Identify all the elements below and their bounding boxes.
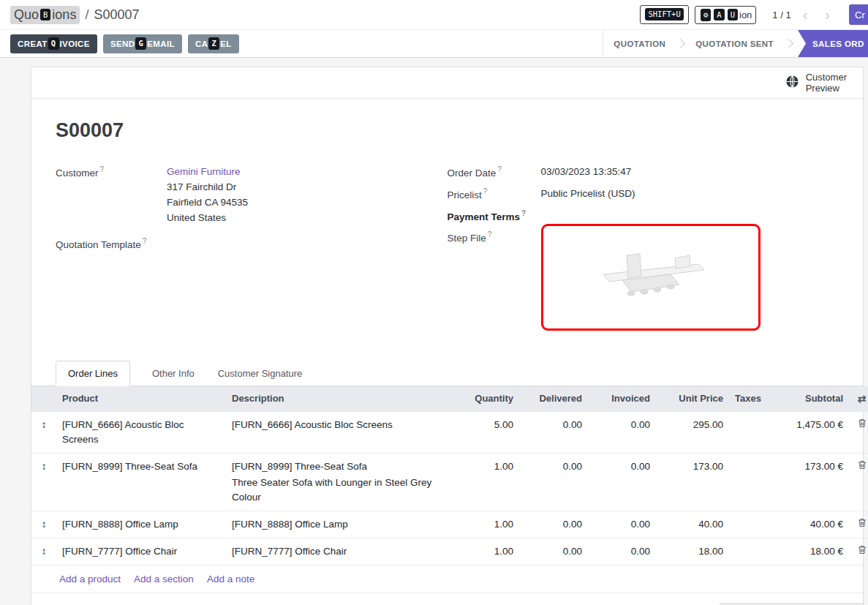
payment-terms-label: Payment Terms? (448, 208, 541, 222)
help-icon: ? (143, 237, 147, 245)
customer-preview-button[interactable]: Customer Preview (785, 72, 847, 94)
customer-address-line2: Fairfield CA 94535 (167, 197, 248, 208)
cell-quantity[interactable]: 1.00 (450, 511, 519, 538)
cell-product[interactable]: [FURN_7777] Office Chair (56, 538, 226, 565)
cell-subtotal: 40.00 € (763, 511, 849, 538)
cell-invoiced[interactable]: 0.00 (588, 411, 656, 453)
corner-create-button[interactable]: Cr (849, 4, 868, 25)
kbd-hint-b: B (40, 9, 50, 21)
cell-subtotal: 18.00 € (763, 538, 849, 565)
header-description[interactable]: Description (226, 386, 450, 412)
cell-delivered[interactable]: 0.00 (519, 511, 588, 538)
create-invoice-button[interactable]: CREATQIVOICE (10, 34, 97, 53)
header-actions: ⇄ (849, 386, 868, 412)
order-line-row[interactable]: ↕ [FURN_7777] Office Chair [FURN_7777] O… (31, 538, 868, 565)
cell-product[interactable]: [FURN_6666] Acoustic Bloc Screens (56, 411, 226, 453)
cell-delivered[interactable]: 0.00 (519, 538, 588, 565)
drag-handle-icon[interactable]: ↕ (31, 453, 56, 511)
globe-icon (785, 75, 799, 91)
tab-other-info[interactable]: Other Info (151, 361, 196, 386)
cancel-button[interactable]: CAZEL (188, 34, 239, 53)
cell-quantity[interactable]: 5.00 (450, 411, 519, 453)
delete-row-icon[interactable] (849, 511, 868, 538)
delete-row-icon[interactable] (849, 411, 868, 453)
add-note-link[interactable]: Add a note (207, 574, 254, 585)
header-product[interactable]: Product (56, 386, 226, 412)
header-subtotal[interactable]: Subtotal (763, 386, 849, 412)
status-quotation-sent[interactable]: QUOTATION SENT (685, 40, 784, 48)
optional-columns-icon[interactable]: ⇄ (855, 393, 868, 405)
cell-taxes[interactable] (729, 411, 763, 453)
chevron-separator-icon (784, 39, 793, 48)
kbd-hint-z: Z (208, 37, 219, 50)
form-sheet: Customer Preview S00007 Customer? Gemini… (31, 67, 864, 605)
send-email-button[interactable]: SENDGEMAIL (103, 34, 182, 53)
breadcrumb: QuoBions / S00007 (10, 6, 139, 24)
pager-prev-icon[interactable]: ‹ (797, 7, 814, 22)
help-icon: ? (488, 230, 492, 238)
cell-unit-price[interactable]: 173.00 (656, 453, 729, 511)
status-quotation[interactable]: QUOTATION (603, 40, 676, 48)
cell-product[interactable]: [FURN_8999] Three-Seat Sofa (56, 453, 226, 511)
header-quantity[interactable]: Quantity (450, 386, 519, 412)
cell-description[interactable]: [FURN_8888] Office Lamp (226, 511, 450, 538)
chevron-separator-icon (676, 39, 685, 48)
drag-handle-icon[interactable]: ↕ (31, 538, 56, 565)
cell-taxes[interactable] (729, 538, 763, 565)
header-unit-price[interactable]: Unit Price (656, 386, 729, 412)
drag-handle-icon[interactable]: ↕ (31, 411, 56, 453)
header-taxes[interactable]: Taxes (729, 386, 763, 412)
cell-invoiced[interactable]: 0.00 (588, 453, 656, 511)
cell-subtotal: 1,475.00 € (763, 411, 849, 453)
tab-customer-signature[interactable]: Customer Signature (216, 361, 304, 386)
delete-row-icon[interactable] (849, 453, 868, 511)
order-line-row[interactable]: ↕ [FURN_8888] Office Lamp [FURN_8888] Of… (31, 511, 868, 538)
customer-address-line1: 317 Fairchild Dr (167, 181, 236, 192)
cell-product[interactable]: [FURN_8888] Office Lamp (56, 511, 226, 538)
cell-quantity[interactable]: 1.00 (450, 538, 519, 565)
field-quotation-template: Quotation Template? (56, 236, 448, 250)
pager-next-icon[interactable]: › (819, 7, 836, 22)
pricelist-value[interactable]: Public Pricelist (USD) (541, 186, 635, 201)
cell-unit-price[interactable]: 40.00 (656, 511, 729, 538)
cell-description[interactable]: [FURN_8999] Three-Seat Sofa Three Seater… (226, 453, 450, 511)
preview-line1: Customer (806, 72, 847, 83)
cell-invoiced[interactable]: 0.00 (588, 511, 656, 538)
header-delivered[interactable]: Delivered (519, 386, 588, 412)
order-line-row[interactable]: ↕ [FURN_6666] Acoustic Bloc Screens [FUR… (31, 411, 868, 453)
delete-row-icon[interactable] (849, 538, 868, 565)
field-pricelist: Pricelist? Public Pricelist (USD) (448, 186, 839, 201)
preview-line2: Preview (806, 83, 839, 94)
customer-link[interactable]: Gemini Furniture (167, 166, 241, 177)
cell-quantity[interactable]: 1.00 (450, 453, 519, 511)
cell-description[interactable]: [FURN_6666] Acoustic Bloc Screens (226, 411, 450, 453)
cell-taxes[interactable] (729, 453, 763, 511)
cell-description[interactable]: [FURN_7777] Office Chair (226, 538, 450, 565)
breadcrumb-quotations[interactable]: QuoBions (10, 6, 80, 24)
cell-delivered[interactable]: 0.00 (519, 411, 588, 453)
sheet-header-strip: Customer Preview (31, 67, 863, 99)
kbd-hint-q: Q (48, 37, 59, 50)
field-order-date: Order Date? 03/03/2023 13:35:47 (448, 164, 839, 179)
line-add-links: Add a product Add a section Add a note (31, 565, 863, 593)
table-header-row: Product Description Quantity Delivered I… (31, 386, 868, 412)
tab-order-lines[interactable]: Order Lines (56, 361, 130, 386)
action-menu-button[interactable]: ⚙ A U ion (695, 6, 757, 24)
cell-invoiced[interactable]: 0.00 (588, 538, 656, 565)
quotation-template-label[interactable]: Quotation Template? (56, 236, 146, 250)
order-line-row[interactable]: ↕ [FURN_8999] Three-Seat Sofa [FURN_8999… (31, 453, 868, 511)
kbd-hint-a: A (714, 9, 724, 21)
cell-delivered[interactable]: 0.00 (519, 453, 588, 511)
status-sales-order[interactable]: SALES ORD (798, 30, 868, 57)
step-file-image-widget[interactable] (541, 224, 761, 331)
add-product-link[interactable]: Add a product (59, 574, 121, 585)
cell-unit-price[interactable]: 295.00 (656, 411, 729, 453)
cell-taxes[interactable] (729, 511, 763, 538)
add-section-link[interactable]: Add a section (134, 574, 194, 585)
send-email-label-post: EMAIL (147, 40, 175, 48)
drag-handle-icon[interactable]: ↕ (31, 511, 56, 538)
cell-unit-price[interactable]: 18.00 (656, 538, 729, 565)
help-icon: ? (100, 165, 105, 173)
order-date-value[interactable]: 03/03/2023 13:35:47 (541, 164, 632, 179)
header-invoiced[interactable]: Invoiced (588, 386, 656, 412)
